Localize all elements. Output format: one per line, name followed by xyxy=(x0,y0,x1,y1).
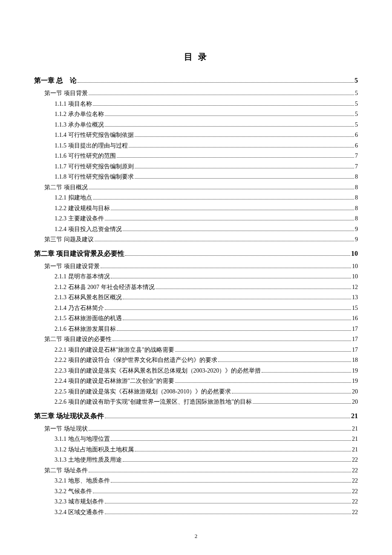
toc-leader-dots xyxy=(262,372,351,373)
toc-entry-label: 2.1.3 石林风景名胜区概况 xyxy=(55,292,122,303)
toc-entry-page: 6 xyxy=(355,141,358,151)
toc-entry-label: 第一章 总 论 xyxy=(34,75,77,87)
toc-entry[interactable]: 第二节 项目建设的必要性17 xyxy=(34,334,358,345)
toc-entry[interactable]: 第一节 场址现状21 xyxy=(34,424,358,434)
toc-entry-page: 5 xyxy=(355,75,358,87)
toc-entry-label: 第二节 项目概况 xyxy=(44,182,88,193)
toc-entry[interactable]: 第二节 项目概况8 xyxy=(34,182,358,193)
toc-entry-label: 1.2.4 项目投入总资金情况 xyxy=(55,224,122,235)
toc-entry[interactable]: 3.1.1 地点与地理位置21 xyxy=(34,434,358,445)
toc-entry[interactable]: 1.1.6 可行性研究的范围7 xyxy=(34,151,358,162)
toc-leader-dots xyxy=(218,361,352,362)
toc-entry[interactable]: 3.1.2 场址占地面积及土地权属21 xyxy=(34,445,358,455)
toc-entry-label: 2.2.4 项目的建设是石林旅游"二次创业"的需要 xyxy=(55,376,174,387)
toc-entry-page: 21 xyxy=(352,424,358,434)
toc-leader-dots xyxy=(89,430,352,431)
toc-entry-label: 2.2.6 项目的建设有助于实现"创建世界一流景区、打造国际旅游胜地"的目标 xyxy=(55,397,252,408)
toc-entry[interactable]: 1.1.7 可行性研究报告编制原则7 xyxy=(34,162,358,172)
toc-entry[interactable]: 2.2.1 项目的建设是石林"旅游立县"的战略需要17 xyxy=(34,345,358,356)
toc-entry-label: 第二章 项目建设背景及必要性 xyxy=(34,248,124,260)
toc-entry[interactable]: 3.2.1 地形、地质条件22 xyxy=(34,476,358,486)
toc-entry-label: 2.1.1 昆明市基本情况 xyxy=(55,272,110,282)
toc-entry[interactable]: 第一节 项目背景5 xyxy=(34,88,358,99)
toc-entry[interactable]: 第二节 场址条件22 xyxy=(34,465,358,476)
toc-entry-label: 1.1.3 承办单位概况 xyxy=(55,120,104,130)
toc-entry-page: 10 xyxy=(352,272,358,282)
toc-leader-dots xyxy=(156,289,352,289)
toc-entry-label: 1.1.8 可行性研究报告编制要求 xyxy=(55,172,134,182)
toc-entry-page: 6 xyxy=(355,130,358,141)
toc-entry-page: 5 xyxy=(355,99,358,110)
toc-entry[interactable]: 1.1.8 可行性研究报告编制要求8 xyxy=(34,172,358,182)
toc-entry[interactable]: 3.2.4 区域交通条件22 xyxy=(34,507,358,518)
toc-entry-page: 21 xyxy=(352,434,358,445)
toc-entry-page: 7 xyxy=(355,151,358,162)
toc-entry[interactable]: 1.1.1 项目名称5 xyxy=(34,99,358,110)
toc-leader-dots xyxy=(89,95,355,95)
toc-entry[interactable]: 2.1.4 乃古石林简介15 xyxy=(34,303,358,314)
toc-entry[interactable]: 第二章 项目建设背景及必要性10 xyxy=(34,248,358,260)
toc-entry-label: 第二节 项目建设的必要性 xyxy=(44,334,112,345)
toc-entry[interactable]: 1.2.3 主要建设条件8 xyxy=(34,214,358,224)
toc-entry[interactable]: 1.2.2 建设规模与目标8 xyxy=(34,203,358,214)
toc-entry-page: 15 xyxy=(352,303,358,314)
toc-entry-page: 5 xyxy=(355,109,358,120)
toc-entry[interactable]: 3.2.3 城市规划条件22 xyxy=(34,497,358,507)
toc-entry[interactable]: 2.2.6 项目的建设有助于实现"创建世界一流景区、打造国际旅游胜地"的目标20 xyxy=(34,397,358,408)
toc-leader-dots xyxy=(93,493,352,493)
toc-entry-page: 22 xyxy=(352,455,358,465)
toc-entry[interactable]: 3.2.2 气候条件22 xyxy=(34,486,358,497)
toc-entry[interactable]: 第三章 场址现状及条件21 xyxy=(34,410,358,422)
toc-entry[interactable]: 1.1.4 可行性研究报告编制依据6 xyxy=(34,130,358,141)
toc-entry[interactable]: 第一章 总 论5 xyxy=(34,75,358,87)
page-number: 2 xyxy=(0,533,392,540)
toc-entry[interactable]: 1.2.1 拟建地点8 xyxy=(34,193,358,203)
toc-entry[interactable]: 2.1.1 昆明市基本情况10 xyxy=(34,272,358,282)
toc-entry[interactable]: 1.2.4 项目投入总资金情况9 xyxy=(34,224,358,235)
toc-entry[interactable]: 1.1.5 项目提出的理由与过程6 xyxy=(34,141,358,151)
toc-entry-page: 21 xyxy=(352,445,358,455)
toc-entry[interactable]: 2.2.3 项目的建设是落实《石林风景名胜区总体规划（2003-2020）》的必… xyxy=(34,366,358,376)
toc-leader-dots xyxy=(125,255,350,256)
toc-entry-label: 第一节 项目建设背景 xyxy=(44,261,100,272)
toc-entry[interactable]: 3.1.3 土地使用性质及用途22 xyxy=(34,455,358,465)
toc-leader-dots xyxy=(253,403,351,404)
toc-entry-label: 1.1.6 可行性研究的范围 xyxy=(55,151,116,162)
toc-entry-page: 7 xyxy=(355,162,358,172)
toc-entry-label: 3.2.2 气候条件 xyxy=(55,486,92,497)
toc-entry[interactable]: 2.1.5 石林旅游面临的机遇16 xyxy=(34,313,358,324)
toc-entry-label: 3.1.1 地点与地理位置 xyxy=(55,434,110,445)
toc-leader-dots xyxy=(95,241,355,241)
toc-leader-dots xyxy=(175,351,351,352)
toc-entry-label: 1.1.4 可行性研究报告编制依据 xyxy=(55,130,134,141)
toc-entry-label: 3.2.4 区域交通条件 xyxy=(55,507,104,518)
toc-entry[interactable]: 1.1.2 承办单位名称5 xyxy=(34,109,358,120)
toc-entry-page: 18 xyxy=(352,355,358,366)
toc-entry-label: 2.2.2 项目的建设符合《保护世界文化和自然遗产公约》的要求 xyxy=(55,355,217,366)
toc-entry[interactable]: 2.1.6 石林旅游发展目标17 xyxy=(34,324,358,335)
toc-entry-page: 8 xyxy=(355,203,358,214)
toc-entry-page: 5 xyxy=(355,120,358,130)
toc-entry-page: 8 xyxy=(355,172,358,182)
toc-entry[interactable]: 2.1.2 石林县 2007 年社会经济基本情况12 xyxy=(34,282,358,293)
toc-entry-label: 第一节 场址现状 xyxy=(44,424,88,434)
toc-entry-page: 17 xyxy=(352,345,358,356)
toc-entry-label: 2.2.5 项目的建设是落实《石林旅游规划（2008-2010）》的必然要求 xyxy=(55,387,231,397)
toc-entry[interactable]: 2.2.2 项目的建设符合《保护世界文化和自然遗产公约》的要求18 xyxy=(34,355,358,366)
toc-entry[interactable]: 第三节 问题及建议9 xyxy=(34,234,358,245)
toc-entry[interactable]: 1.1.3 承办单位概况5 xyxy=(34,120,358,130)
toc-entry-label: 2.2.1 项目的建设是石林"旅游立县"的战略需要 xyxy=(55,345,174,356)
toc-entry-label: 1.1.2 承办单位名称 xyxy=(55,109,104,120)
toc-leader-dots xyxy=(232,393,351,393)
toc-entry[interactable]: 2.2.5 项目的建设是落实《石林旅游规划（2008-2010）》的必然要求20 xyxy=(34,387,358,397)
toc-entry-page: 20 xyxy=(352,387,358,397)
toc-entry[interactable]: 第一节 项目建设背景10 xyxy=(34,261,358,272)
toc-entry[interactable]: 2.1.3 石林风景名胜区概况13 xyxy=(34,292,358,303)
toc-entry-label: 3.2.3 城市规划条件 xyxy=(55,497,104,507)
toc-leader-dots xyxy=(101,268,352,268)
toc-leader-dots xyxy=(105,418,350,418)
toc-entry[interactable]: 2.2.4 项目的建设是石林旅游"二次创业"的需要19 xyxy=(34,376,358,387)
toc-entry-label: 2.1.5 石林旅游面临的机遇 xyxy=(55,313,122,324)
toc-leader-dots xyxy=(135,178,355,179)
toc-leader-dots xyxy=(89,189,355,189)
